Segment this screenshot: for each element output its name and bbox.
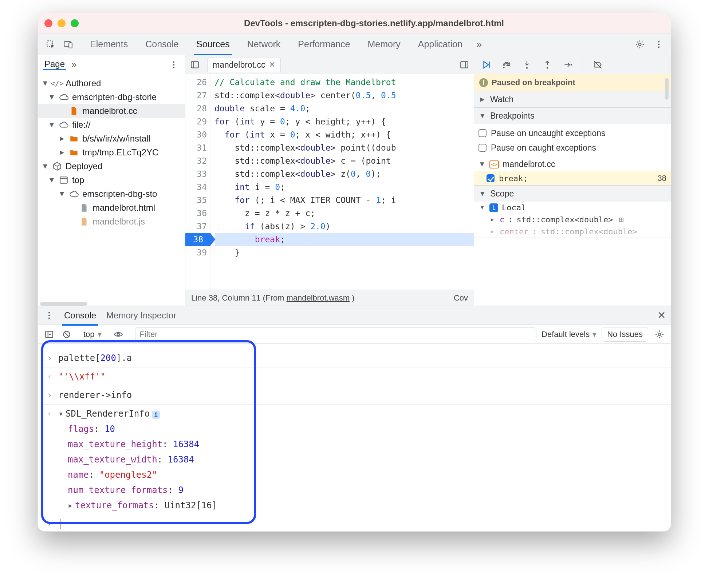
svg-point-23 [658, 333, 661, 335]
pause-caught-checkbox[interactable]: Pause on caught exceptions [478, 140, 666, 155]
tab-elements[interactable]: Elements [81, 33, 137, 55]
tab-application[interactable]: Application [409, 33, 471, 55]
tabs-overflow-icon[interactable]: » [471, 33, 487, 55]
editor-tab[interactable]: mandelbrot.cc ✕ [207, 57, 281, 72]
folder-icon [69, 148, 79, 157]
tree-folder-2[interactable]: tmp/tmp.ELcTq2YC [82, 147, 158, 158]
tab-sources[interactable]: Sources [188, 33, 239, 55]
pause-uncaught-checkbox[interactable]: Pause on uncaught exceptions [478, 126, 666, 140]
file-icon [79, 203, 89, 212]
editor-tab-label: mandelbrot.cc [213, 60, 265, 70]
close-tab-icon[interactable]: ✕ [269, 60, 275, 69]
console-output-row[interactable]: SDL_RendererInfoi flags: 10 max_texture_… [43, 405, 671, 514]
devtools-tabstrip: Elements Console Sources Network Perform… [38, 33, 671, 55]
tab-network[interactable]: Network [239, 33, 290, 55]
issues-button[interactable]: No Issues [602, 327, 648, 342]
step-into-icon[interactable] [521, 59, 533, 71]
live-expression-icon[interactable] [112, 328, 125, 341]
tree-top[interactable]: top [72, 175, 84, 185]
console-filter-input[interactable] [135, 327, 537, 341]
breakpoint-checkbox[interactable] [487, 174, 495, 182]
sidebar-scrollbar[interactable] [40, 302, 87, 306]
device-toolbar-icon[interactable] [62, 38, 74, 51]
svg-rect-2 [69, 43, 72, 48]
more-menu-icon[interactable] [653, 38, 665, 51]
tree-origin-2[interactable]: emscripten-dbg-sto [82, 189, 157, 199]
step-out-icon[interactable] [541, 59, 554, 71]
scope-var-c[interactable]: c: std::complex<double>⊞ [474, 214, 671, 226]
window-title: DevTools - emscripten-dbg-stories.netlif… [84, 18, 664, 28]
breakpoint-file[interactable]: <>mandelbrot.cc [474, 157, 671, 171]
console-input-row[interactable]: palette[200].a [43, 349, 671, 368]
info-badge-icon[interactable]: i [152, 411, 160, 419]
tree-file-mandelbrot-cc[interactable]: mandelbrot.cc [82, 106, 137, 116]
tree-file-js[interactable]: mandelbrot.js [92, 216, 145, 227]
step-over-icon[interactable] [500, 59, 513, 71]
clear-console-icon[interactable] [60, 328, 73, 341]
tree-deployed[interactable]: Deployed [66, 161, 102, 171]
console-sidebar-toggle-icon[interactable] [43, 328, 55, 341]
cloud-icon [59, 92, 68, 102]
file-badge-icon: <> [489, 160, 499, 168]
line-gutter[interactable]: 2627282930313233343536373839 [185, 74, 211, 290]
watch-section[interactable]: Watch [474, 91, 671, 107]
drawer-tab-memory-inspector[interactable]: Memory Inspector [105, 310, 178, 321]
code-editor[interactable]: 2627282930313233343536373839 // Calculat… [185, 74, 474, 290]
breakpoints-section[interactable]: Breakpoints [474, 108, 671, 124]
svg-point-8 [173, 64, 174, 65]
scope-local[interactable]: LLocal [474, 202, 671, 214]
context-selector[interactable]: top▾ [83, 330, 102, 339]
file-icon [69, 106, 79, 116]
resume-icon[interactable] [480, 59, 492, 71]
local-badge-icon: L [489, 203, 498, 212]
deactivate-breakpoints-icon[interactable] [592, 59, 604, 71]
navigator-more-icon[interactable] [168, 59, 180, 71]
source-map-link[interactable]: mandelbrot.wasm [286, 293, 350, 303]
debug-scrollbar[interactable] [665, 78, 669, 100]
svg-point-13 [503, 67, 504, 68]
console-output[interactable]: palette[200].a "'\\xff'" renderer->info … [38, 344, 671, 531]
navigator-tree[interactable]: </>Authored emscripten-dbg-storie mandel… [38, 74, 185, 302]
tab-memory[interactable]: Memory [359, 33, 409, 55]
svg-point-3 [639, 43, 641, 45]
console-settings-icon[interactable] [653, 328, 666, 341]
toggle-debugger-icon[interactable] [457, 57, 472, 72]
svg-point-15 [547, 67, 548, 68]
console-prompt[interactable] [43, 514, 671, 531]
drawer-tab-console[interactable]: Console [63, 310, 98, 321]
drawer: Console Memory Inspector ✕ top▾ Default … [38, 306, 671, 531]
drawer-more-icon[interactable] [43, 309, 55, 322]
navigator-tab-page[interactable]: Page [43, 59, 66, 70]
navigator-tabs-overflow-icon[interactable]: » [71, 59, 76, 70]
log-levels-selector[interactable]: Default levels▾ [541, 330, 596, 339]
coverage-label: Cov [454, 293, 468, 303]
svg-point-18 [48, 314, 50, 316]
window-close-icon[interactable] [44, 19, 52, 27]
frame-icon [59, 175, 68, 185]
code-area[interactable]: // Calculate and draw the Mandelbrotstd:… [211, 74, 474, 290]
authored-icon: </> [52, 79, 62, 88]
toggle-navigator-icon[interactable] [188, 57, 202, 72]
step-icon[interactable] [562, 59, 574, 71]
tree-file-html[interactable]: mandelbrot.html [92, 203, 155, 213]
tree-origin[interactable]: emscripten-dbg-storie [72, 92, 157, 102]
drawer-close-icon[interactable]: ✕ [657, 309, 666, 321]
console-toolbar: top▾ Default levels▾ No Issues [38, 325, 671, 344]
tab-performance[interactable]: Performance [289, 33, 359, 55]
breakpoint-item[interactable]: break; 38 [474, 171, 671, 185]
tree-file-scheme[interactable]: file:// [72, 120, 91, 130]
tree-authored[interactable]: Authored [66, 78, 101, 88]
settings-icon[interactable] [634, 38, 646, 51]
tab-console[interactable]: Console [137, 33, 188, 55]
inspect-icon[interactable] [44, 38, 57, 51]
svg-rect-11 [191, 61, 198, 68]
scope-section[interactable]: Scope [474, 186, 671, 202]
tree-folder-1[interactable]: b/s/w/ir/x/w/install [82, 134, 150, 144]
debugger-panel: i Paused on breakpoint Watch Breakpoints… [474, 55, 671, 306]
console-output-row: "'\\xff'" [43, 368, 671, 386]
scope-var-center[interactable]: center: std::complex<double> [474, 226, 671, 238]
console-input-row[interactable]: renderer->info [43, 386, 671, 405]
svg-rect-12 [461, 61, 468, 68]
window-zoom-icon[interactable] [71, 19, 79, 27]
window-minimize-icon[interactable] [58, 19, 66, 27]
